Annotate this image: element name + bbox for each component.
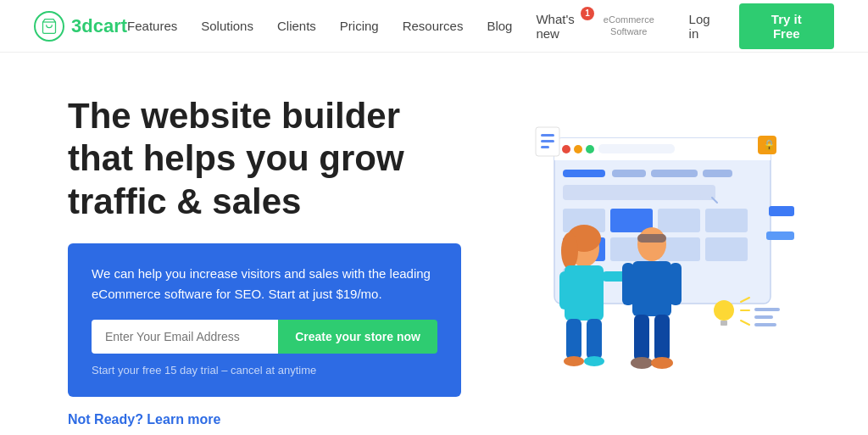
svg-point-50 [651, 357, 673, 369]
svg-rect-30 [769, 206, 794, 216]
svg-rect-12 [703, 170, 732, 177]
svg-rect-45 [622, 263, 634, 305]
hero-learn: Not Ready? Learn more [68, 412, 461, 427]
svg-point-3 [562, 145, 570, 153]
svg-line-54 [741, 321, 749, 325]
logo-icon [34, 11, 64, 42]
hero-box: We can help you increase visitors and sa… [68, 243, 461, 397]
login-link[interactable]: Log in [689, 12, 722, 41]
svg-rect-2 [554, 153, 771, 160]
svg-rect-10 [612, 170, 646, 177]
hero-left: The website builder that helps you grow … [68, 95, 461, 427]
nav-resources[interactable]: Resources [403, 19, 464, 33]
svg-rect-39 [587, 319, 602, 360]
svg-rect-9 [563, 170, 605, 177]
svg-point-34 [561, 232, 578, 270]
hero-trial-text: Start your free 15 day trial – cancel at… [92, 364, 437, 376]
logo-link[interactable]: 3dcart [34, 11, 127, 42]
nav-blog[interactable]: Blog [487, 19, 512, 33]
svg-point-41 [584, 356, 604, 366]
nav-clients[interactable]: Clients [277, 19, 316, 33]
svg-rect-19 [705, 209, 748, 232]
svg-text:🔒: 🔒 [763, 138, 776, 151]
nav-pricing[interactable]: Pricing [340, 19, 379, 33]
svg-rect-38 [566, 319, 581, 360]
svg-rect-57 [754, 315, 773, 319]
hero-box-text: We can help you increase visitors and sa… [92, 264, 437, 304]
svg-rect-13 [563, 185, 715, 200]
svg-rect-6 [598, 144, 675, 153]
svg-rect-44 [632, 261, 671, 316]
nav-solutions[interactable]: Solutions [201, 19, 253, 33]
nav-features[interactable]: Features [127, 19, 177, 33]
whats-new-badge: 1 [581, 7, 594, 20]
nav-right: eCommerce Software Log in Try it Free [586, 3, 834, 49]
svg-rect-27 [541, 134, 554, 137]
svg-rect-58 [754, 323, 776, 326]
logo-prefix: 3d [71, 15, 93, 36]
create-store-button[interactable]: Create your store now [278, 320, 437, 354]
nav-ecommerce-label: eCommerce Software [586, 14, 672, 36]
hero-svg: 🔒 [461, 125, 800, 388]
svg-rect-46 [670, 263, 682, 305]
svg-rect-56 [754, 308, 780, 311]
svg-rect-52 [721, 321, 727, 326]
nav-whats-new[interactable]: What's new 1 [536, 12, 586, 41]
hero-form: Create your store now [92, 320, 437, 354]
hero-section: The website builder that helps you grow … [0, 53, 868, 435]
email-input[interactable] [92, 320, 278, 354]
svg-rect-28 [541, 140, 554, 142]
svg-rect-18 [658, 209, 700, 232]
svg-point-49 [631, 357, 653, 369]
svg-rect-23 [705, 237, 748, 261]
hero-illustration: 🔒 [461, 125, 817, 397]
logo-text: 3dcart [71, 15, 127, 37]
svg-point-51 [714, 300, 734, 321]
svg-rect-48 [654, 315, 670, 361]
svg-point-4 [574, 145, 582, 153]
try-it-free-button[interactable]: Try it Free [739, 3, 834, 49]
svg-point-40 [564, 356, 584, 366]
svg-rect-35 [565, 265, 604, 321]
svg-rect-11 [651, 170, 698, 177]
svg-rect-29 [541, 146, 549, 148]
svg-point-42 [637, 227, 666, 261]
svg-rect-31 [766, 231, 794, 240]
nav-links: Features Solutions Clients Pricing Resou… [127, 12, 586, 41]
hero-title: The website builder that helps you grow … [68, 95, 461, 223]
learn-more-link[interactable]: Not Ready? Learn more [68, 412, 220, 427]
svg-rect-43 [637, 234, 666, 243]
navbar: 3dcart Features Solutions Clients Pricin… [0, 0, 868, 53]
cart-icon [41, 18, 58, 35]
svg-rect-47 [634, 315, 649, 361]
svg-rect-37 [559, 271, 570, 310]
svg-point-5 [586, 145, 594, 153]
logo-suffix: cart [93, 15, 127, 36]
